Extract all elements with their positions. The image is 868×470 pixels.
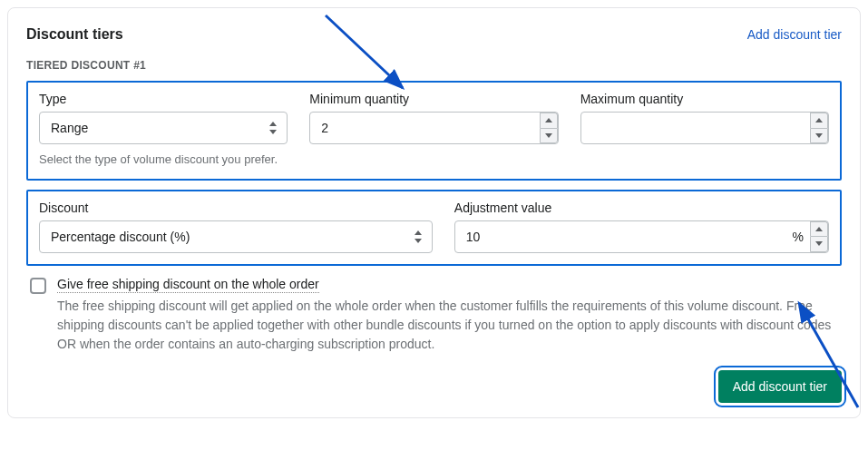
max-qty-input[interactable]	[580, 112, 829, 144]
min-qty-step-down[interactable]	[540, 128, 558, 144]
max-qty-step-up[interactable]	[810, 113, 828, 128]
card-footer: Add discount tier	[26, 370, 842, 403]
max-qty-label: Maximum quantity	[580, 92, 829, 106]
adjustment-step-up[interactable]	[810, 221, 828, 237]
type-field: Type Select the type of volume discount …	[39, 92, 288, 168]
free-shipping-checkbox[interactable]	[30, 278, 46, 294]
adjustment-label: Adjustment value	[454, 201, 829, 215]
card-title: Discount tiers	[26, 26, 123, 43]
free-shipping-row: Give free shipping discount on the whole…	[26, 277, 842, 354]
discount-select-input[interactable]	[39, 220, 433, 253]
free-shipping-desc: The free shipping discount will get appl…	[57, 297, 838, 354]
adjustment-step-down[interactable]	[810, 236, 828, 252]
min-qty-field: Minimum quantity	[309, 92, 558, 168]
adjustment-field: Adjustment value %	[454, 201, 829, 253]
max-qty-field: Maximum quantity	[580, 92, 829, 168]
discount-label: Discount	[39, 201, 433, 215]
min-qty-step-up[interactable]	[540, 113, 558, 128]
type-label: Type	[39, 92, 288, 106]
card-header: Discount tiers Add discount tier	[26, 26, 842, 43]
tier-subheader: TIERED DISCOUNT #1	[26, 59, 842, 72]
adjustment-suffix: %	[793, 230, 804, 244]
min-qty-input[interactable]	[309, 112, 558, 144]
discount-select[interactable]	[39, 220, 433, 253]
add-discount-tier-link[interactable]: Add discount tier	[747, 27, 842, 42]
type-select-input[interactable]	[39, 112, 288, 144]
discount-field: Discount	[39, 201, 433, 253]
discount-tiers-card: Discount tiers Add discount tier TIERED …	[7, 7, 861, 418]
min-qty-label: Minimum quantity	[309, 92, 558, 106]
free-shipping-label[interactable]: Give free shipping discount on the whole…	[57, 277, 319, 293]
type-helper-text: Select the type of volume discount you p…	[39, 152, 288, 168]
max-qty-step-down[interactable]	[810, 128, 828, 144]
adjustment-input[interactable]	[454, 220, 829, 253]
tier-row-1-highlight: Type Select the type of volume discount …	[26, 81, 842, 181]
tier-row-2-highlight: Discount Adjustment value %	[26, 190, 842, 266]
add-discount-tier-button[interactable]: Add discount tier	[718, 370, 842, 403]
type-select[interactable]	[39, 112, 288, 144]
